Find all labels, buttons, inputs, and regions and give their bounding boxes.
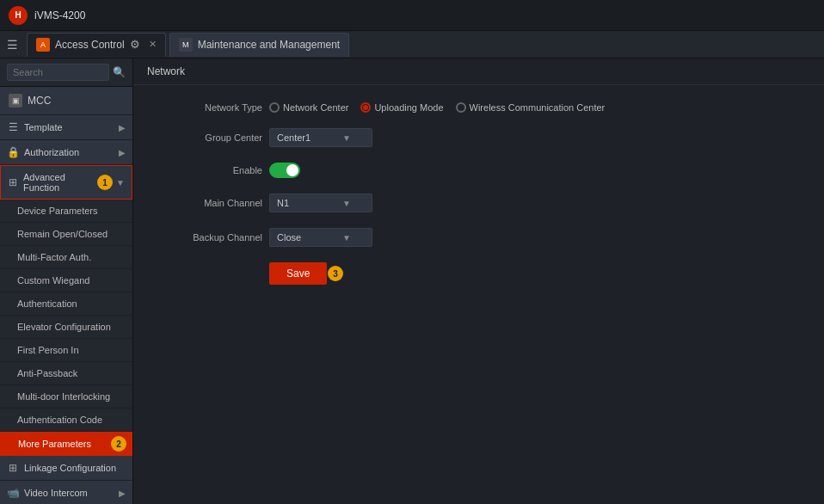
header-left: ☰ Template (7, 121, 63, 133)
radio-uploading-mode[interactable]: Uploading Mode (360, 102, 443, 113)
first-person-in-label: First Person In (17, 345, 79, 355)
group-center-label: Group Center (159, 132, 262, 143)
sidebar-item-anti-passback[interactable]: Anti-Passback (0, 362, 132, 385)
sidebar-item-advanced-function[interactable]: ⊞ Advanced Function 1 ▼ (0, 165, 132, 200)
main-channel-value: N1 (277, 198, 289, 208)
radio-uploading-mode-circle (360, 102, 371, 113)
advanced-header-right: 1 ▼ (97, 175, 125, 190)
search-bar: 🔍 (0, 58, 132, 87)
anti-passback-label: Anti-Passback (17, 368, 77, 378)
radio-network-center[interactable]: Network Center (269, 102, 348, 113)
sidebar-item-multi-factor-auth[interactable]: Multi-Factor Auth. (0, 246, 132, 269)
group-center-dropdown-arrow: ▼ (342, 133, 351, 143)
sidebar-item-advanced-function-label: Advanced Function (23, 172, 92, 193)
authorization-icon: 🔒 (7, 146, 19, 158)
search-input[interactable] (7, 64, 109, 81)
save-badge: 3 (328, 266, 343, 281)
search-icon: 🔍 (113, 66, 126, 78)
backup-channel-row: Backup Channel Close ▼ (159, 228, 798, 247)
backup-channel-label: Backup Channel (159, 232, 262, 243)
save-button[interactable]: Save (269, 262, 327, 285)
network-type-label: Network Type (159, 102, 262, 113)
sidebar-item-authentication-code[interactable]: Authentication Code (0, 409, 132, 432)
video-intercom-arrow-icon: ▶ (119, 489, 126, 498)
template-arrow-icon: ▶ (119, 123, 126, 132)
device-parameters-label: Device Parameters (17, 206, 98, 216)
remain-open-closed-label: Remain Open/Closed (17, 229, 108, 239)
content-body: Network Type Network Center Uploading Mo… (133, 85, 824, 504)
network-type-radio-group: Network Center Uploading Mode Wireless C… (269, 102, 605, 113)
advanced-function-icon: ⊞ (8, 176, 18, 188)
radio-uploading-mode-label: Uploading Mode (374, 102, 443, 113)
more-parameters-label: More Parameters (18, 439, 91, 449)
radio-network-center-label: Network Center (283, 102, 348, 113)
auth-header-left: 🔒 Authorization (7, 146, 79, 158)
video-header-left: 📹 Video Intercom (7, 487, 88, 499)
sidebar-item-template-label: Template (24, 122, 63, 132)
sidebar-item-video-intercom-label: Video Intercom (24, 488, 88, 498)
tab-access-control-icon: A (36, 38, 50, 52)
group-center-dropdown[interactable]: Center1 ▼ (269, 128, 372, 147)
mcc-icon: ▣ (9, 94, 22, 108)
sidebar-item-elevator-configuration[interactable]: Elevator Configuration (0, 316, 132, 339)
title-bar: H iVMS-4200 (0, 0, 824, 31)
video-intercom-icon: 📹 (7, 487, 19, 499)
group-center-value: Center1 (277, 132, 311, 143)
sidebar-item-first-person-in[interactable]: First Person In (0, 339, 132, 362)
tab-close-icon[interactable]: ✕ (149, 39, 157, 50)
sidebar-item-linkage-configuration[interactable]: ⊞ Linkage Configuration (0, 456, 132, 481)
sidebar-item-multi-door-interlocking[interactable]: Multi-door Interlocking (0, 385, 132, 409)
tab-access-control-label: Access Control (55, 39, 125, 51)
sidebar-item-custom-wiegand[interactable]: Custom Wiegand (0, 269, 132, 292)
sidebar-item-authorization-label: Authorization (24, 147, 79, 157)
mcc-label: MCC (28, 95, 51, 107)
tab-access-control[interactable]: A Access Control ⚙ ✕ (27, 33, 166, 57)
sidebar-item-device-parameters[interactable]: Device Parameters (0, 200, 132, 223)
sidebar-item-authorization[interactable]: 🔒 Authorization ▶ (0, 140, 132, 165)
app-title: iVMS-4200 (34, 9, 85, 22)
enable-toggle[interactable] (269, 163, 300, 178)
main-layout: 🔍 ▣ MCC ☰ Template ▶ 🔒 Authorization ▶ (0, 58, 824, 504)
main-channel-dropdown[interactable]: N1 ▼ (269, 194, 372, 212)
radio-network-center-circle (269, 102, 280, 113)
advanced-function-arrow-icon: ▼ (116, 178, 125, 187)
sidebar-item-authentication[interactable]: Authentication (0, 292, 132, 316)
mcc-item[interactable]: ▣ MCC (0, 87, 132, 115)
sidebar-item-template[interactable]: ☰ Template ▶ (0, 115, 132, 140)
sidebar-item-more-parameters[interactable]: More Parameters 2 (0, 432, 132, 456)
save-row: Save 3 (159, 262, 798, 285)
content-header: Network (133, 58, 824, 85)
sidebar-item-remain-open-closed[interactable]: Remain Open/Closed (0, 223, 132, 246)
multi-factor-auth-label: Multi-Factor Auth. (17, 252, 91, 262)
content-area: Network Network Type Network Center Uplo… (133, 58, 824, 504)
hamburger-icon[interactable]: ☰ (7, 38, 18, 52)
tab-maintenance[interactable]: M Maintenance and Management (169, 33, 349, 57)
custom-wiegand-label: Custom Wiegand (17, 275, 89, 286)
radio-wireless-circle (456, 102, 466, 113)
advanced-header-left: ⊞ Advanced Function (8, 172, 92, 193)
main-channel-dropdown-arrow: ▼ (342, 199, 351, 208)
backup-channel-dropdown-arrow: ▼ (342, 233, 351, 243)
authorization-arrow-icon: ▶ (119, 148, 126, 157)
more-parameters-badge: 2 (111, 436, 126, 452)
sidebar: 🔍 ▣ MCC ☰ Template ▶ 🔒 Authorization ▶ (0, 58, 133, 504)
group-center-row: Group Center Center1 ▼ (159, 128, 798, 147)
app-logo: H (9, 6, 28, 25)
backup-channel-dropdown[interactable]: Close ▼ (269, 228, 372, 247)
backup-channel-value: Close (277, 232, 301, 243)
main-channel-row: Main Channel N1 ▼ (159, 194, 798, 212)
radio-wireless-label: Wireless Communication Center (470, 102, 606, 113)
template-icon: ☰ (7, 121, 19, 133)
elevator-configuration-label: Elevator Configuration (17, 322, 111, 332)
sidebar-item-video-intercom[interactable]: 📹 Video Intercom ▶ (0, 481, 132, 504)
main-channel-label: Main Channel (159, 198, 262, 208)
tab-bar: ☰ A Access Control ⚙ ✕ M Maintenance and… (0, 31, 824, 58)
content-tab-label: Network (147, 65, 185, 77)
linkage-configuration-icon: ⊞ (7, 462, 19, 474)
radio-wireless-communication-center[interactable]: Wireless Communication Center (456, 102, 606, 113)
authentication-label: Authentication (17, 298, 77, 309)
tab-settings-icon[interactable]: ⚙ (130, 38, 140, 51)
authentication-code-label: Authentication Code (17, 415, 102, 425)
tab-maintenance-icon: M (179, 38, 193, 52)
multi-door-interlocking-label: Multi-door Interlocking (17, 391, 110, 402)
